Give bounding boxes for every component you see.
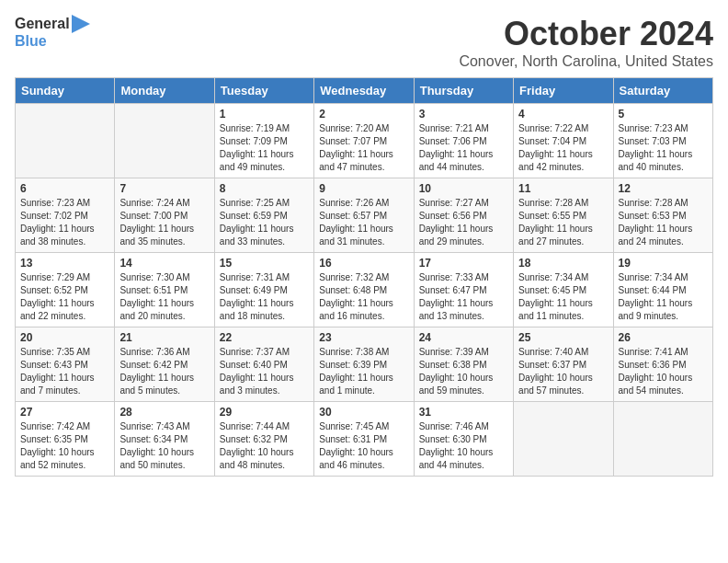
cell-info: Sunrise: 7:27 AMSunset: 6:56 PMDaylight:… (419, 198, 494, 247)
calendar-cell: 18 Sunrise: 7:34 AMSunset: 6:45 PMDaylig… (514, 253, 613, 327)
day-number: 20 (20, 331, 109, 344)
calendar-week-2: 6 Sunrise: 7:23 AMSunset: 7:02 PMDayligh… (16, 178, 713, 253)
calendar-cell: 27 Sunrise: 7:42 AMSunset: 6:35 PMDaylig… (16, 402, 115, 477)
day-number: 6 (20, 182, 109, 195)
cell-info: Sunrise: 7:30 AMSunset: 6:51 PMDaylight:… (119, 272, 194, 321)
day-number: 2 (319, 108, 408, 121)
calendar-cell: 30 Sunrise: 7:45 AMSunset: 6:31 PMDaylig… (314, 402, 414, 477)
day-number: 29 (220, 406, 309, 419)
logo-text: General Blue (15, 15, 90, 50)
day-number: 13 (20, 257, 109, 270)
cell-info: Sunrise: 7:29 AMSunset: 6:52 PMDaylight:… (20, 272, 95, 321)
day-header-friday: Friday (514, 78, 613, 104)
calendar-cell: 8 Sunrise: 7:25 AMSunset: 6:59 PMDayligh… (214, 178, 313, 253)
day-number: 21 (119, 331, 209, 344)
calendar-cell: 11 Sunrise: 7:28 AMSunset: 6:55 PMDaylig… (514, 178, 613, 253)
calendar-cell: 26 Sunrise: 7:41 AMSunset: 6:36 PMDaylig… (613, 327, 712, 402)
day-number: 9 (319, 182, 408, 195)
day-header-sunday: Sunday (16, 78, 115, 104)
calendar-cell (115, 104, 214, 178)
day-number: 27 (20, 406, 109, 419)
calendar-cell: 15 Sunrise: 7:31 AMSunset: 6:49 PMDaylig… (214, 253, 313, 327)
cell-info: Sunrise: 7:45 AMSunset: 6:31 PMDaylight:… (319, 421, 393, 470)
calendar-cell: 16 Sunrise: 7:32 AMSunset: 6:48 PMDaylig… (314, 253, 414, 327)
calendar-week-1: 1 Sunrise: 7:19 AMSunset: 7:09 PMDayligh… (16, 104, 713, 178)
location-title: Conover, North Carolina, United States (459, 53, 713, 70)
cell-info: Sunrise: 7:43 AMSunset: 6:34 PMDaylight:… (119, 421, 194, 470)
calendar-cell: 21 Sunrise: 7:36 AMSunset: 6:42 PMDaylig… (115, 327, 214, 402)
calendar-table: SundayMondayTuesdayWednesdayThursdayFrid… (15, 77, 713, 477)
day-number: 26 (619, 331, 708, 344)
calendar-week-3: 13 Sunrise: 7:29 AMSunset: 6:52 PMDaylig… (16, 253, 713, 327)
cell-info: Sunrise: 7:44 AMSunset: 6:32 PMDaylight:… (220, 421, 294, 470)
day-number: 24 (419, 331, 508, 344)
cell-info: Sunrise: 7:35 AMSunset: 6:43 PMDaylight:… (20, 347, 95, 396)
calendar-week-5: 27 Sunrise: 7:42 AMSunset: 6:35 PMDaylig… (16, 402, 713, 477)
calendar-cell: 7 Sunrise: 7:24 AMSunset: 7:00 PMDayligh… (115, 178, 214, 253)
cell-info: Sunrise: 7:26 AMSunset: 6:57 PMDaylight:… (319, 198, 393, 247)
cell-info: Sunrise: 7:23 AMSunset: 7:02 PMDaylight:… (20, 198, 95, 247)
day-number: 7 (119, 182, 209, 195)
day-number: 3 (419, 108, 508, 121)
day-number: 31 (419, 406, 508, 419)
month-title: October 2024 (459, 15, 713, 53)
calendar-cell: 20 Sunrise: 7:35 AMSunset: 6:43 PMDaylig… (16, 327, 115, 402)
day-number: 4 (518, 108, 608, 121)
day-header-wednesday: Wednesday (314, 78, 414, 104)
calendar-cell (514, 402, 613, 477)
day-number: 22 (220, 331, 309, 344)
cell-info: Sunrise: 7:20 AMSunset: 7:07 PMDaylight:… (319, 123, 393, 172)
cell-info: Sunrise: 7:28 AMSunset: 6:55 PMDaylight:… (518, 198, 593, 247)
calendar-cell: 4 Sunrise: 7:22 AMSunset: 7:04 PMDayligh… (514, 104, 613, 178)
cell-info: Sunrise: 7:38 AMSunset: 6:39 PMDaylight:… (319, 347, 393, 396)
cell-info: Sunrise: 7:28 AMSunset: 6:53 PMDaylight:… (619, 198, 693, 247)
calendar-cell: 10 Sunrise: 7:27 AMSunset: 6:56 PMDaylig… (414, 178, 513, 253)
calendar-cell: 29 Sunrise: 7:44 AMSunset: 6:32 PMDaylig… (214, 402, 313, 477)
day-number: 25 (518, 331, 608, 344)
day-number: 12 (619, 182, 708, 195)
day-number: 30 (319, 406, 408, 419)
day-header-saturday: Saturday (613, 78, 712, 104)
cell-info: Sunrise: 7:41 AMSunset: 6:36 PMDaylight:… (619, 347, 693, 396)
page-header: General Blue October 2024 Conover, North… (15, 15, 713, 70)
day-number: 14 (119, 257, 209, 270)
cell-info: Sunrise: 7:37 AMSunset: 6:40 PMDaylight:… (220, 347, 294, 396)
cell-info: Sunrise: 7:36 AMSunset: 6:42 PMDaylight:… (119, 347, 194, 396)
calendar-cell: 25 Sunrise: 7:40 AMSunset: 6:37 PMDaylig… (514, 327, 613, 402)
calendar-cell: 17 Sunrise: 7:33 AMSunset: 6:47 PMDaylig… (414, 253, 513, 327)
day-number: 11 (518, 182, 608, 195)
cell-info: Sunrise: 7:42 AMSunset: 6:35 PMDaylight:… (20, 421, 95, 470)
calendar-cell: 13 Sunrise: 7:29 AMSunset: 6:52 PMDaylig… (16, 253, 115, 327)
calendar-cell: 1 Sunrise: 7:19 AMSunset: 7:09 PMDayligh… (214, 104, 313, 178)
cell-info: Sunrise: 7:39 AMSunset: 6:38 PMDaylight:… (419, 347, 494, 396)
calendar-cell (613, 402, 712, 477)
day-number: 18 (518, 257, 608, 270)
calendar-cell: 28 Sunrise: 7:43 AMSunset: 6:34 PMDaylig… (115, 402, 214, 477)
cell-info: Sunrise: 7:40 AMSunset: 6:37 PMDaylight:… (518, 347, 593, 396)
day-number: 10 (419, 182, 508, 195)
calendar-cell: 22 Sunrise: 7:37 AMSunset: 6:40 PMDaylig… (214, 327, 313, 402)
day-number: 28 (119, 406, 209, 419)
day-header-thursday: Thursday (414, 78, 513, 104)
cell-info: Sunrise: 7:46 AMSunset: 6:30 PMDaylight:… (419, 421, 494, 470)
calendar-cell: 24 Sunrise: 7:39 AMSunset: 6:38 PMDaylig… (414, 327, 513, 402)
calendar-week-4: 20 Sunrise: 7:35 AMSunset: 6:43 PMDaylig… (16, 327, 713, 402)
day-number: 5 (619, 108, 708, 121)
day-number: 1 (220, 108, 309, 121)
header-row: SundayMondayTuesdayWednesdayThursdayFrid… (16, 78, 713, 104)
calendar-cell: 2 Sunrise: 7:20 AMSunset: 7:07 PMDayligh… (314, 104, 414, 178)
cell-info: Sunrise: 7:31 AMSunset: 6:49 PMDaylight:… (220, 272, 294, 321)
logo-arrow-icon (72, 15, 90, 33)
day-number: 19 (619, 257, 708, 270)
calendar-cell: 23 Sunrise: 7:38 AMSunset: 6:39 PMDaylig… (314, 327, 414, 402)
cell-info: Sunrise: 7:23 AMSunset: 7:03 PMDaylight:… (619, 123, 693, 172)
cell-info: Sunrise: 7:25 AMSunset: 6:59 PMDaylight:… (220, 198, 294, 247)
day-header-tuesday: Tuesday (214, 78, 313, 104)
day-header-monday: Monday (115, 78, 214, 104)
svg-marker-0 (72, 15, 90, 33)
cell-info: Sunrise: 7:19 AMSunset: 7:09 PMDaylight:… (220, 123, 294, 172)
day-number: 15 (220, 257, 309, 270)
cell-info: Sunrise: 7:24 AMSunset: 7:00 PMDaylight:… (119, 198, 194, 247)
cell-info: Sunrise: 7:22 AMSunset: 7:04 PMDaylight:… (518, 123, 593, 172)
calendar-cell: 3 Sunrise: 7:21 AMSunset: 7:06 PMDayligh… (414, 104, 513, 178)
